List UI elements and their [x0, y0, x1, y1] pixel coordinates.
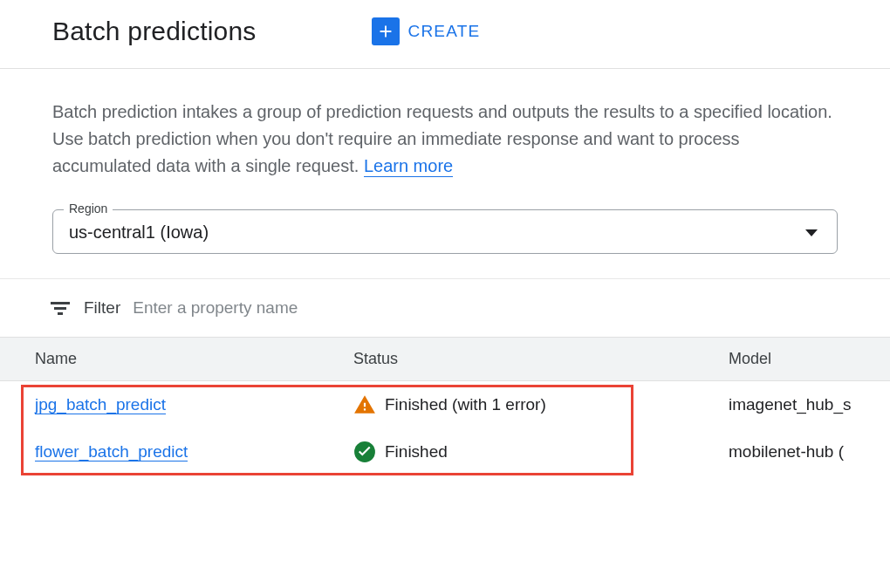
column-header-status[interactable]: Status: [353, 350, 729, 368]
prediction-name-link[interactable]: jpg_batch_predict: [35, 395, 166, 414]
cell-model: mobilenet-hub (: [729, 442, 890, 462]
content-area: Batch prediction intakes a group of pred…: [0, 69, 890, 475]
table-row: flower_batch_predict Finished mobilenet-…: [0, 428, 890, 475]
filter-label: Filter: [84, 298, 120, 318]
region-value: us-central1 (Iowa): [69, 222, 209, 243]
cell-name: flower_batch_predict: [35, 442, 353, 462]
status-text: Finished (with 1 error): [385, 395, 546, 414]
table-body: jpg_batch_predict Finished (with 1 error…: [0, 381, 890, 475]
page-title: Batch predictions: [52, 17, 257, 46]
column-header-model[interactable]: Model: [729, 350, 890, 368]
column-header-name[interactable]: Name: [35, 350, 353, 368]
create-label: CREATE: [408, 22, 481, 41]
cell-status: Finished (with 1 error): [353, 393, 729, 416]
chevron-down-icon: [805, 229, 818, 236]
cell-model: imagenet_hub_s: [729, 395, 890, 414]
prediction-name-link[interactable]: flower_batch_predict: [35, 442, 188, 462]
status-text: Finished: [385, 442, 448, 462]
learn-more-link[interactable]: Learn more: [364, 156, 453, 177]
page-description: Batch prediction intakes a group of pred…: [52, 99, 838, 180]
plus-icon: [372, 17, 400, 45]
region-select[interactable]: us-central1 (Iowa): [69, 222, 821, 243]
region-select-container: Region us-central1 (Iowa): [52, 209, 838, 254]
filter-section: Filter: [0, 278, 890, 337]
create-button[interactable]: CREATE: [361, 10, 491, 52]
table-row: jpg_batch_predict Finished (with 1 error…: [0, 381, 890, 428]
warning-icon: [353, 393, 376, 416]
table-header: Name Status Model: [0, 337, 890, 381]
cell-status: Finished: [353, 441, 729, 463]
filter-icon: [51, 299, 72, 317]
region-label: Region: [64, 202, 113, 215]
filter-input[interactable]: [133, 298, 838, 318]
filter-row: Filter: [51, 298, 838, 318]
page-header: Batch predictions CREATE: [0, 0, 890, 69]
predictions-table: Name Status Model jpg_batch_predict Fini…: [0, 337, 890, 475]
cell-name: jpg_batch_predict: [35, 395, 353, 414]
check-circle-icon: [353, 441, 376, 463]
